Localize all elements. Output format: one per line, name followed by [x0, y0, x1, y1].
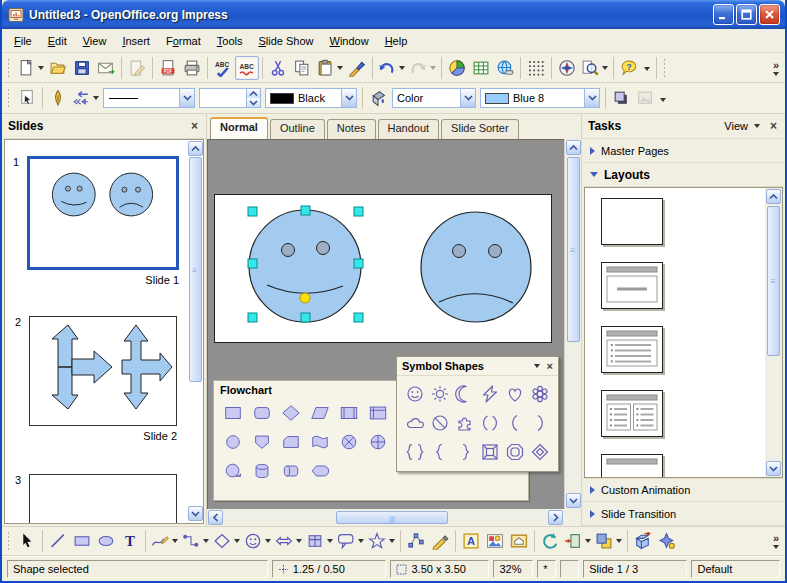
- connector-tool-button[interactable]: [180, 529, 211, 553]
- basic-shapes-button[interactable]: [211, 529, 242, 553]
- tab-handout[interactable]: Handout: [378, 119, 440, 139]
- toolbar-options-icon[interactable]: [641, 57, 653, 81]
- navigator-button[interactable]: [555, 56, 579, 80]
- symbol-shape-heart[interactable]: [502, 379, 527, 408]
- alignment-button[interactable]: [562, 529, 593, 553]
- arrow-style-button[interactable]: [70, 86, 101, 110]
- layout-option-blank-0[interactable]: [601, 198, 663, 245]
- status-segment-page-style[interactable]: Default: [691, 560, 780, 578]
- symbol-shape-square-bevel[interactable]: [477, 437, 502, 466]
- text-tool-button[interactable]: T: [118, 529, 142, 553]
- symbol-shape-double-brace[interactable]: [402, 437, 427, 466]
- slide-thumbnail-3[interactable]: 3 Slide 3: [29, 474, 177, 524]
- slide-2-preview[interactable]: [29, 316, 177, 426]
- flowchart-shape-display[interactable]: [305, 456, 334, 485]
- insert-from-file-button[interactable]: [483, 529, 507, 553]
- format-paintbrush-button[interactable]: [345, 56, 369, 80]
- cut-button[interactable]: [266, 56, 290, 80]
- save-button[interactable]: [70, 56, 94, 80]
- scrollbar-thumb[interactable]: |||: [336, 511, 448, 524]
- menu-slide-show[interactable]: Slide Show: [250, 32, 321, 50]
- toolbar-overflow-icon[interactable]: »: [769, 528, 783, 554]
- toolbar-grip[interactable]: [663, 58, 668, 78]
- auto-spellcheck-button[interactable]: ABC: [235, 56, 259, 80]
- flowchart-shape-decision[interactable]: [276, 398, 305, 427]
- status-segment-modified-flag[interactable]: *: [537, 560, 556, 578]
- scroll-up-icon[interactable]: [566, 140, 581, 155]
- layout-option-title-content-1[interactable]: [601, 262, 663, 309]
- export-pdf-button[interactable]: PDF: [156, 56, 180, 80]
- slide-canvas[interactable]: [214, 194, 552, 343]
- menu-help[interactable]: Help: [377, 32, 416, 50]
- tasks-view-menu[interactable]: View ×: [724, 119, 779, 133]
- tab-normal[interactable]: Normal: [210, 117, 268, 139]
- dropdown-arrow-icon[interactable]: [460, 89, 475, 107]
- help-button[interactable]: ?: [617, 56, 641, 80]
- minimize-button[interactable]: [713, 4, 734, 25]
- tasks-panel-close-icon[interactable]: ×: [768, 119, 779, 133]
- dropdown-arrow-icon[interactable]: [179, 89, 194, 107]
- edit-points-mode-button[interactable]: [15, 86, 39, 110]
- toolbar-grip[interactable]: [7, 58, 12, 78]
- menu-view[interactable]: View: [75, 32, 115, 50]
- callouts-button[interactable]: [335, 529, 366, 553]
- scroll-right-icon[interactable]: [548, 510, 563, 525]
- symbol-shape-flower[interactable]: [527, 379, 552, 408]
- toolbar-options-icon[interactable]: [657, 88, 669, 112]
- menu-tools[interactable]: Tools: [209, 32, 251, 50]
- menu-insert[interactable]: Insert: [114, 32, 158, 50]
- status-segment-signature[interactable]: [560, 560, 579, 578]
- symbol-shapes-button[interactable]: [242, 529, 273, 553]
- select-button[interactable]: [15, 529, 39, 553]
- section-master-pages[interactable]: Master Pages: [582, 139, 785, 163]
- flowchart-shape-card[interactable]: [276, 427, 305, 456]
- status-segment-cursor-position[interactable]: 1.25 / 0.50: [272, 560, 387, 578]
- rectangle-tool-button[interactable]: [70, 529, 94, 553]
- layout-option-title-bullets-2[interactable]: [601, 326, 663, 373]
- fill-color-combobox[interactable]: Blue 8: [480, 88, 600, 108]
- dropdown-arrow-icon[interactable]: [584, 89, 599, 107]
- section-slide-transition[interactable]: Slide Transition: [582, 502, 785, 526]
- curve-tool-button[interactable]: [149, 529, 180, 553]
- spellcheck-button[interactable]: ABC: [211, 56, 235, 80]
- symbol-shape-right-bracket[interactable]: [527, 408, 552, 437]
- ellipse-tool-button[interactable]: [94, 529, 118, 553]
- display-grid-button[interactable]: [524, 56, 548, 80]
- extrusion-toggle-button[interactable]: [631, 529, 655, 553]
- symbol-shape-lightning[interactable]: [477, 379, 502, 408]
- open-button[interactable]: [46, 56, 70, 80]
- flowchart-shape-direct-access-storage[interactable]: [276, 456, 305, 485]
- scroll-down-icon[interactable]: [188, 506, 203, 521]
- symbol-shape-left-brace[interactable]: [427, 437, 452, 466]
- scroll-left-icon[interactable]: [208, 510, 223, 525]
- line-width-spinner[interactable]: [199, 88, 261, 108]
- scroll-down-icon[interactable]: [766, 461, 781, 476]
- zoom-button[interactable]: [579, 56, 610, 80]
- tab-notes[interactable]: Notes: [327, 119, 376, 139]
- print-button[interactable]: [180, 56, 204, 80]
- symbol-shape-octagon-bevel[interactable]: [502, 437, 527, 466]
- symbol-shape-puzzle[interactable]: [452, 408, 477, 437]
- slides-scrollbar[interactable]: ≡: [187, 140, 203, 523]
- layouts-scrollbar[interactable]: ≡: [765, 188, 782, 477]
- fontwork-gallery-button[interactable]: A: [459, 529, 483, 553]
- layout-option-title-two-content-3[interactable]: [601, 390, 663, 437]
- status-segment-slide-indicator[interactable]: Slide 1 / 3: [583, 560, 687, 578]
- symbol-shape-right-brace[interactable]: [452, 437, 477, 466]
- flowchart-shapes-button[interactable]: [304, 529, 335, 553]
- spin-up-icon[interactable]: [247, 89, 260, 98]
- new-document-button[interactable]: [15, 56, 46, 80]
- dropdown-arrow-icon[interactable]: [341, 89, 356, 107]
- palette-close-icon[interactable]: ×: [547, 360, 553, 372]
- flowchart-shape-sequential-access[interactable]: [218, 456, 247, 485]
- email-document-button[interactable]: [94, 56, 118, 80]
- flowchart-shape-off-page-connector[interactable]: [247, 427, 276, 456]
- vertical-scrollbar[interactable]: ≡: [564, 139, 581, 509]
- rotate-button[interactable]: [538, 529, 562, 553]
- maximize-button[interactable]: [736, 4, 757, 25]
- undo-button[interactable]: [376, 56, 407, 80]
- flowchart-shape-predefined-process[interactable]: [334, 398, 363, 427]
- insert-chart-button[interactable]: [445, 56, 469, 80]
- line-tool-button[interactable]: [46, 529, 70, 553]
- insert-spreadsheet-button[interactable]: [469, 56, 493, 80]
